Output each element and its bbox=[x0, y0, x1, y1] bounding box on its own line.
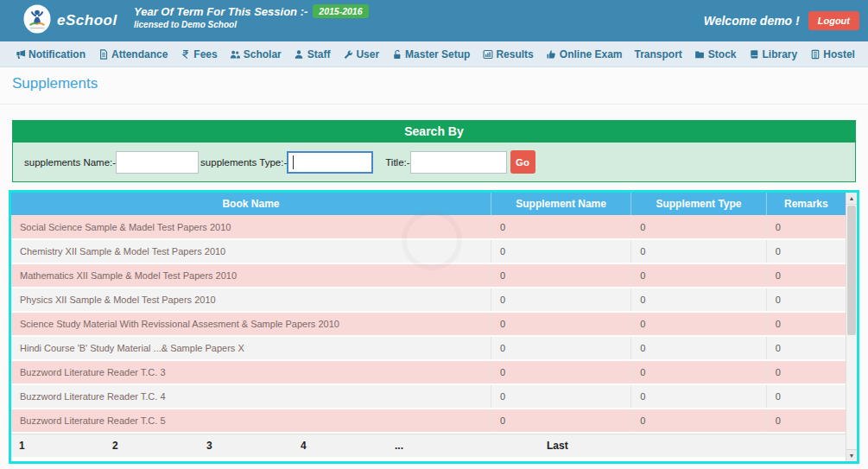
nav-item-fees[interactable]: Fees bbox=[180, 48, 217, 60]
cell-supplement-type: 0 bbox=[631, 263, 766, 288]
cell-remarks: 0 bbox=[766, 384, 846, 409]
supplements-name-input[interactable] bbox=[116, 151, 199, 174]
cell-supplement-name: 0 bbox=[491, 409, 630, 433]
table-row: Physics XII Sample & Model Test Papers 2… bbox=[11, 288, 846, 312]
cell-supplement-name: 0 bbox=[491, 360, 630, 384]
nav-item-online-exam[interactable]: Online Exam bbox=[546, 48, 623, 60]
cell-supplement-type: 0 bbox=[631, 336, 766, 360]
column-remarks[interactable]: Remarks bbox=[766, 193, 846, 215]
chart-icon bbox=[482, 48, 493, 60]
table-row: Social Science Sample & Madel Test Paper… bbox=[11, 215, 846, 239]
column-supplement-name[interactable]: Supplement Name bbox=[491, 193, 630, 215]
nav-item-label: Stock bbox=[708, 48, 737, 60]
title-label: Title:- bbox=[385, 157, 409, 168]
scroll-down-icon[interactable]: ▼ bbox=[846, 449, 857, 461]
nav-item-label: Scholar bbox=[244, 48, 282, 60]
cell-remarks: 0 bbox=[766, 288, 846, 312]
nav-item-label: Fees bbox=[193, 48, 217, 60]
rupee-icon bbox=[180, 48, 191, 60]
column-supplement-type[interactable]: Supplement Type bbox=[631, 193, 766, 215]
page-link-3[interactable]: 3 bbox=[206, 440, 212, 452]
table-row: Buzzword Literature Reader T.C. 4000 bbox=[11, 384, 846, 409]
cell-supplement-name: 0 bbox=[491, 384, 630, 409]
nav-item-library[interactable]: Library bbox=[749, 48, 798, 60]
licensed-text: licensed to Demo School bbox=[134, 20, 369, 29]
page-link-1[interactable]: 1 bbox=[19, 440, 25, 452]
cell-book: Hindi Course 'B' Study Material ...& Sam… bbox=[11, 336, 491, 360]
supplements-type-input[interactable] bbox=[287, 151, 373, 174]
column-book-name[interactable]: Book Name bbox=[11, 193, 491, 215]
table-scrollbar[interactable]: ▲ ▼ bbox=[846, 193, 857, 461]
cell-supplement-type: 0 bbox=[631, 288, 766, 312]
nav-item-user[interactable]: User bbox=[342, 48, 379, 60]
nav-item-hostel[interactable]: Hostel bbox=[809, 48, 855, 60]
cell-supplement-type: 0 bbox=[631, 239, 766, 263]
supplements-type-label: supplements Type:- bbox=[200, 157, 287, 168]
cell-book: Buzzword Literature Reader T.C. 5 bbox=[11, 409, 491, 433]
table-container: Book Name Supplement Name Supplement Typ… bbox=[9, 190, 859, 464]
nav-item-label: Staff bbox=[307, 48, 331, 60]
scroll-up-icon[interactable]: ▲ bbox=[846, 193, 857, 205]
nav-item-label: Master Setup bbox=[405, 48, 470, 60]
supplements-name-label: supplements Name:- bbox=[24, 157, 116, 168]
title-input[interactable] bbox=[410, 151, 507, 174]
page-link-2[interactable]: 2 bbox=[112, 440, 118, 452]
cell-supplement-name: 0 bbox=[491, 239, 630, 263]
nav-item-scholar[interactable]: Scholar bbox=[230, 48, 282, 60]
file-icon bbox=[98, 48, 109, 60]
scrollbar-thumb[interactable] bbox=[847, 206, 856, 335]
users-icon bbox=[230, 48, 241, 60]
nav-item-label: Library bbox=[763, 48, 798, 60]
table-row: Buzzword Literature Reader T.C. 5000 bbox=[11, 409, 846, 433]
bullhorn-icon bbox=[15, 48, 26, 60]
divider bbox=[0, 104, 868, 105]
nav-item-notification[interactable]: Notification bbox=[15, 48, 86, 60]
session-label: Year Of Term For This Session :- bbox=[134, 5, 307, 18]
nav-item-label: User bbox=[356, 48, 379, 60]
nav-item-label: Online Exam bbox=[560, 48, 623, 60]
nav-item-attendance[interactable]: Attendance bbox=[98, 48, 168, 60]
cell-book: Buzzword Literature Reader T.C. 3 bbox=[11, 360, 491, 384]
table-row: Mathematics XII Sample & Model Test Pape… bbox=[11, 263, 846, 288]
nav-item-stock[interactable]: Stock bbox=[694, 48, 737, 60]
search-panel: Search By supplements Name:- supplements… bbox=[12, 120, 856, 182]
go-button[interactable]: Go bbox=[510, 150, 535, 174]
session-block: Year Of Term For This Session :- 2015-20… bbox=[134, 4, 369, 29]
cell-book: Buzzword Literature Reader T.C. 4 bbox=[11, 384, 491, 409]
nav-item-master-setup[interactable]: Master Setup bbox=[391, 48, 470, 60]
cell-supplement-type: 0 bbox=[631, 409, 766, 433]
page-link-last[interactable]: Last bbox=[547, 440, 568, 452]
cell-remarks: 0 bbox=[766, 215, 846, 239]
brand-name: eSchool bbox=[57, 12, 117, 29]
cell-supplement-name: 0 bbox=[491, 336, 630, 360]
cell-book: Chemistry XII Sample & Model Test Papers… bbox=[11, 239, 491, 263]
cell-supplement-type: 0 bbox=[631, 384, 766, 409]
app-header: eSchool Year Of Term For This Session :-… bbox=[0, 0, 868, 41]
logout-button[interactable]: Logout bbox=[808, 11, 859, 30]
wrench-icon bbox=[342, 48, 353, 60]
user-icon bbox=[294, 48, 305, 60]
cell-supplement-type: 0 bbox=[631, 360, 766, 384]
search-panel-title: Search By bbox=[13, 121, 855, 143]
eschool-logo-icon bbox=[22, 3, 52, 38]
table-row: Hindi Course 'B' Study Material ...& Sam… bbox=[11, 336, 846, 360]
cell-supplement-type: 0 bbox=[631, 312, 766, 336]
nav-item-results[interactable]: Results bbox=[482, 48, 533, 60]
page-title: Supplements bbox=[0, 67, 868, 92]
nav-item-label: Transport bbox=[635, 48, 682, 60]
page-link-4[interactable]: 4 bbox=[301, 440, 307, 452]
nav-item-label: Results bbox=[496, 48, 533, 60]
table-header-row: Book Name Supplement Name Supplement Typ… bbox=[11, 193, 846, 215]
nav-item-transport[interactable]: Transport bbox=[635, 48, 682, 60]
cell-supplement-type: 0 bbox=[631, 215, 766, 239]
cell-remarks: 0 bbox=[766, 409, 846, 433]
cell-supplement-name: 0 bbox=[491, 215, 630, 239]
content: Supplements Search By supplements Name:-… bbox=[0, 67, 868, 469]
page-link-dotdotdot[interactable]: ... bbox=[395, 440, 403, 452]
session-badge: 2015-2016 bbox=[313, 4, 368, 18]
brand[interactable]: eSchool bbox=[0, 3, 130, 38]
cell-book: Mathematics XII Sample & Model Test Pape… bbox=[11, 263, 491, 288]
nav-item-staff[interactable]: Staff bbox=[294, 48, 331, 60]
cell-book: Science Study Material With Revissional … bbox=[11, 312, 491, 336]
nav-item-label: Notification bbox=[29, 48, 86, 60]
